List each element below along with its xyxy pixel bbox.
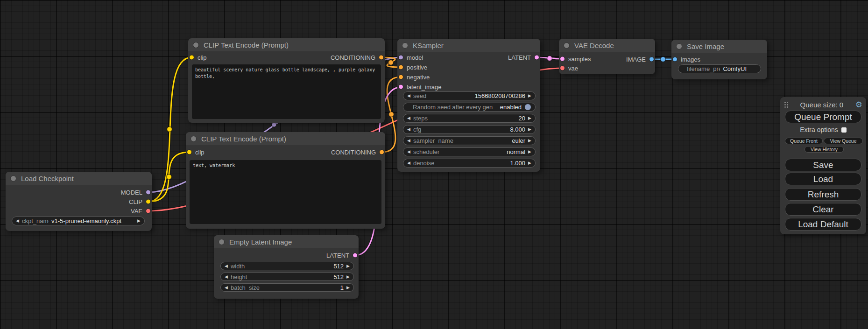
- widget-width[interactable]: ◀ width 512 ▶: [220, 262, 354, 270]
- next-value-icon[interactable]: ▶: [528, 150, 531, 154]
- widget-height[interactable]: ◀ height 512 ▶: [220, 273, 354, 281]
- load-default-button[interactable]: Load Default: [785, 218, 861, 231]
- clip-port-icon[interactable]: [187, 150, 192, 155]
- latent-port-icon[interactable]: [398, 84, 403, 90]
- model-port-icon[interactable]: [146, 190, 151, 195]
- node-load-checkpoint[interactable]: Load Checkpoint MODEL CLIP VAE ◀ ckpt_na…: [6, 172, 152, 231]
- latent-port-icon[interactable]: [560, 56, 565, 62]
- next-value-icon[interactable]: ▶: [137, 219, 141, 223]
- collapse-dot-icon[interactable]: [564, 42, 570, 49]
- node-title-bar[interactable]: CLIP Text Encode (Prompt): [188, 38, 385, 51]
- view-history-button[interactable]: View History: [804, 146, 844, 153]
- refresh-button[interactable]: Refresh: [785, 188, 861, 201]
- extra-options-checkbox[interactable]: [841, 127, 847, 133]
- wire-midpoint-dot[interactable]: [167, 127, 172, 132]
- next-value-icon[interactable]: ▶: [346, 275, 350, 279]
- node-title-bar[interactable]: Load Checkpoint: [6, 172, 152, 185]
- node-save-image[interactable]: Save Image images filename_prefix ComfyU…: [671, 40, 767, 79]
- clip-port-icon[interactable]: [189, 55, 194, 60]
- input-clip[interactable]: clip: [187, 149, 205, 156]
- vae-port-icon[interactable]: [146, 209, 151, 214]
- output-latent[interactable]: LATENT: [508, 54, 539, 61]
- view-queue-button[interactable]: View Queue: [824, 138, 863, 144]
- model-port-icon[interactable]: [398, 55, 403, 60]
- image-port-icon[interactable]: [672, 57, 677, 62]
- widget-ckpt-name[interactable]: ◀ ckpt_name v1-5-pruned-emaonly.ckpt ▶: [12, 217, 145, 225]
- next-value-icon[interactable]: ▶: [346, 264, 350, 268]
- node-title-bar[interactable]: Save Image: [671, 40, 767, 53]
- output-vae[interactable]: VAE: [131, 208, 151, 215]
- clear-button[interactable]: Clear: [785, 203, 861, 216]
- prev-value-icon[interactable]: ◀: [407, 150, 410, 154]
- prev-value-icon[interactable]: ◀: [407, 161, 410, 165]
- prompt-textarea[interactable]: text, watermark: [190, 160, 381, 224]
- node-title-bar[interactable]: VAE Decode: [559, 39, 655, 52]
- output-latent[interactable]: LATENT: [326, 252, 358, 259]
- collapse-dot-icon[interactable]: [402, 42, 408, 49]
- widget-filename-prefix[interactable]: filename_prefix ComfyUI: [678, 64, 761, 73]
- conditioning-port-icon[interactable]: [379, 150, 384, 155]
- wire-midpoint-dot[interactable]: [388, 60, 394, 65]
- prompt-textarea[interactable]: beautiful scenery nature glass bottle la…: [192, 64, 381, 119]
- output-conditioning[interactable]: CONDITIONING: [331, 149, 384, 156]
- widget-sampler-name[interactable]: ◀ sampler_name euler ▶: [403, 136, 536, 145]
- load-button[interactable]: Load: [785, 173, 861, 185]
- save-button[interactable]: Save: [785, 159, 861, 171]
- collapse-dot-icon[interactable]: [193, 42, 199, 48]
- input-positive[interactable]: positive: [398, 64, 427, 71]
- image-port-icon[interactable]: [649, 57, 654, 62]
- collapse-dot-icon[interactable]: [219, 239, 225, 245]
- input-clip[interactable]: clip: [189, 54, 207, 61]
- prev-value-icon[interactable]: ◀: [407, 94, 410, 98]
- widget-batch-size[interactable]: ◀ batch_size 1 ▶: [220, 283, 354, 292]
- node-title-bar[interactable]: CLIP Text Encode (Prompt): [186, 132, 385, 145]
- collapse-dot-icon[interactable]: [191, 136, 197, 142]
- latent-port-icon[interactable]: [534, 55, 539, 60]
- conditioning-port-icon[interactable]: [398, 65, 403, 70]
- conditioning-port-icon[interactable]: [379, 55, 384, 60]
- prev-value-icon[interactable]: ◀: [225, 286, 228, 290]
- output-model[interactable]: MODEL: [121, 189, 151, 196]
- queue-prompt-button[interactable]: Queue Prompt: [785, 111, 861, 123]
- queue-front-button[interactable]: Queue Front: [785, 138, 823, 144]
- output-image[interactable]: IMAGE: [626, 56, 654, 63]
- next-value-icon[interactable]: ▶: [528, 116, 531, 120]
- clip-port-icon[interactable]: [146, 199, 151, 204]
- node-clip-text-encode-negative[interactable]: CLIP Text Encode (Prompt) clip CONDITION…: [186, 132, 385, 229]
- prev-value-icon[interactable]: ◀: [16, 219, 19, 223]
- wire-midpoint-dot[interactable]: [167, 175, 172, 180]
- toggle-enabled-icon[interactable]: [524, 104, 531, 111]
- vae-port-icon[interactable]: [560, 66, 565, 71]
- output-conditioning[interactable]: CONDITIONING: [331, 54, 384, 61]
- input-latent-image[interactable]: latent_image: [398, 84, 441, 91]
- widget-seed[interactable]: ◀ seed 156680208700286 ▶: [403, 91, 536, 100]
- conditioning-port-icon[interactable]: [398, 75, 403, 80]
- output-clip[interactable]: CLIP: [129, 198, 151, 205]
- widget-denoise[interactable]: ◀ denoise 1.000 ▶: [403, 159, 536, 168]
- node-title-bar[interactable]: Empty Latent Image: [214, 235, 359, 248]
- drag-handle-icon[interactable]: [784, 101, 788, 108]
- prev-value-icon[interactable]: ◀: [407, 139, 410, 143]
- prev-value-icon[interactable]: ◀: [407, 127, 410, 132]
- node-vae-decode[interactable]: VAE Decode samples vae IMAGE: [559, 39, 655, 74]
- next-value-icon[interactable]: ▶: [528, 94, 531, 98]
- wire-midpoint-dot[interactable]: [661, 57, 666, 62]
- wire-midpoint-dot[interactable]: [547, 56, 552, 61]
- node-empty-latent-image[interactable]: Empty Latent Image LATENT ◀ width 512 ▶ …: [214, 235, 359, 299]
- input-vae[interactable]: vae: [560, 65, 578, 72]
- input-negative[interactable]: negative: [398, 74, 430, 81]
- next-value-icon[interactable]: ▶: [528, 127, 531, 132]
- widget-scheduler[interactable]: ◀ scheduler normal ▶: [403, 147, 536, 156]
- node-ksampler[interactable]: KSampler model positive negative latent_…: [397, 39, 540, 172]
- input-model[interactable]: model: [398, 54, 423, 61]
- next-value-icon[interactable]: ▶: [346, 286, 350, 290]
- settings-gear-icon[interactable]: ⚙: [855, 101, 862, 109]
- widget-random-seed-toggle[interactable]: Random seed after every gen enabled: [403, 103, 536, 112]
- wire-midpoint-dot[interactable]: [389, 112, 394, 117]
- input-images[interactable]: images: [672, 56, 700, 63]
- widget-steps[interactable]: ◀ steps 20 ▶: [403, 114, 536, 123]
- prev-value-icon[interactable]: ◀: [225, 264, 228, 268]
- node-title-bar[interactable]: KSampler: [397, 39, 540, 52]
- collapse-dot-icon[interactable]: [676, 43, 682, 49]
- wire-midpoint-dot[interactable]: [272, 122, 276, 127]
